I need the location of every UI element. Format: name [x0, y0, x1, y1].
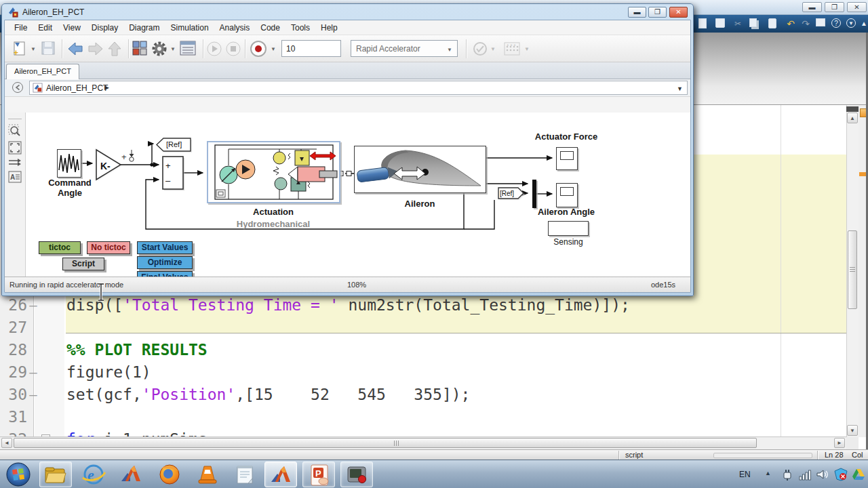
menu-analysis[interactable]: Analysis	[214, 21, 256, 35]
code-line-31: 31	[0, 405, 846, 428]
record-icon[interactable]	[250, 41, 267, 57]
menu-help[interactable]: Help	[315, 21, 343, 35]
taskbar-matlab-active[interactable]	[264, 462, 297, 487]
tray-volume-icon[interactable]	[816, 468, 830, 481]
paste-icon[interactable]	[768, 18, 776, 28]
simulation-stop-time-input[interactable]	[281, 40, 341, 57]
zoom-icon[interactable]	[8, 124, 22, 138]
stop-icon	[226, 41, 241, 56]
aileron-graphic	[355, 146, 485, 192]
start-button[interactable]	[3, 462, 34, 487]
experiment-button-start-values[interactable]: Start Values	[137, 241, 193, 254]
actuation-subsystem-block[interactable]	[207, 141, 340, 203]
simulation-mode-value: Rapid Accelerator	[356, 44, 420, 54]
library-browser-icon[interactable]	[132, 41, 147, 56]
signal-routing-icon[interactable]	[8, 156, 22, 169]
toolbar-options-icon[interactable]: ▼	[846, 18, 856, 28]
window-layout-icon[interactable]	[816, 18, 825, 26]
scroll-left-button[interactable]: ◄	[1, 438, 12, 448]
simulink-titlebar[interactable]: Aileron_EH_PCT ▬ ❐ ✕	[4, 4, 691, 20]
aileron-angle-scope[interactable]	[556, 183, 578, 207]
vertical-scroll-thumb[interactable]	[848, 230, 857, 309]
menu-diagram[interactable]: Diagram	[123, 21, 165, 35]
experiment-button-script[interactable]: Script	[62, 258, 104, 270]
taskbar-matlab-pinned[interactable]	[115, 462, 148, 487]
record-dropdown-caret[interactable]: ▼	[271, 46, 276, 52]
tray-show-hidden-icon[interactable]: ▲	[765, 470, 771, 476]
minimize-button[interactable]: ▬	[628, 7, 646, 18]
copy-icon[interactable]	[749, 18, 757, 27]
horizontal-scroll-thumb[interactable]	[14, 438, 757, 448]
gear-dropdown-caret[interactable]: ▼	[170, 46, 176, 52]
taskbar-powerpoint[interactable]: P	[302, 462, 335, 487]
undo-icon[interactable]: ↶	[785, 18, 796, 29]
sensing-block[interactable]	[548, 221, 589, 236]
tray-network-icon[interactable]	[799, 468, 812, 481]
experiment-button-tictoc[interactable]: tictoc	[39, 241, 81, 254]
solver-name[interactable]: ode15s	[651, 281, 675, 289]
tray-power-icon[interactable]	[781, 468, 793, 481]
menu-code[interactable]: Code	[255, 21, 285, 35]
help-icon[interactable]: ?	[831, 18, 841, 28]
mux-block[interactable]	[532, 180, 536, 208]
run-icon	[207, 41, 222, 56]
breadcrumb-back-icon[interactable]	[12, 81, 24, 94]
menu-tools[interactable]: Tools	[285, 21, 315, 35]
new-model-icon[interactable]: +	[12, 41, 28, 57]
taskbar: e	[0, 460, 868, 488]
scroll-up-button[interactable]: ▲	[847, 113, 858, 123]
matlab-minimize-button[interactable]: ▬	[802, 2, 822, 12]
matlab-restore-button[interactable]: ❐	[825, 2, 844, 12]
menu-display[interactable]: Display	[86, 21, 123, 35]
simulation-mode-select[interactable]: Rapid Accelerator ▼	[351, 40, 458, 57]
close-button[interactable]: ✕	[669, 7, 688, 18]
experiment-button-optimize[interactable]: Optimize	[137, 256, 193, 269]
menu-edit[interactable]: Edit	[33, 21, 58, 35]
tab-bar: Aileron_EH_PCT	[5, 62, 690, 79]
breadcrumb-dropdown-icon[interactable]: ▼	[677, 85, 683, 92]
actuation-sublabel: Hydromechanical	[233, 219, 314, 229]
code-line-29: 29–figure(1)	[0, 361, 846, 383]
taskbar-firefox[interactable]	[153, 462, 186, 487]
scroll-down-button[interactable]: ▼	[847, 425, 858, 436]
model-canvas[interactable]: K- + +	[26, 113, 691, 293]
fit-to-view-icon[interactable]	[8, 141, 22, 155]
scope-screen	[560, 151, 574, 160]
aileron-subsystem-block[interactable]	[354, 146, 486, 193]
tab-aileron-eh-pct[interactable]: Aileron_EH_PCT	[6, 64, 79, 79]
experiment-button-no-tictoc[interactable]: No tictoc	[87, 241, 130, 254]
menu-file[interactable]: File	[9, 21, 33, 35]
taskbar-vlc[interactable]	[191, 462, 224, 487]
actuator-force-scope[interactable]	[556, 147, 578, 170]
model-settings-gear-icon[interactable]	[151, 41, 167, 57]
collapse-toolstrip-icon[interactable]: ▲	[859, 18, 868, 29]
save-icon[interactable]	[715, 18, 725, 28]
maximize-button[interactable]: ❐	[648, 7, 667, 18]
sum-block[interactable]: + –	[163, 157, 184, 190]
scroll-right-button[interactable]: ►	[834, 438, 845, 448]
menu-view[interactable]: View	[58, 21, 86, 35]
taskbar-internet-explorer[interactable]: e	[77, 462, 110, 487]
new-script-icon[interactable]	[698, 18, 707, 28]
redo-icon: ↷	[800, 18, 811, 29]
taskbar-notepad[interactable]	[229, 462, 262, 487]
tray-antivirus-icon[interactable]	[834, 468, 848, 481]
svg-text:A: A	[10, 174, 15, 181]
from-ref-tag[interactable]: [Ref]	[498, 188, 525, 200]
new-dropdown-caret[interactable]: ▼	[31, 46, 36, 52]
matlab-close-button[interactable]: ✕	[847, 2, 867, 12]
command-angle-block[interactable]	[57, 149, 81, 178]
code-line-30: 30–set(gcf,'Position',[15 52 545 355]);	[0, 383, 846, 405]
goto-ref-tag[interactable]: [Ref]	[157, 138, 192, 152]
tray-drive-icon[interactable]	[852, 468, 865, 481]
menu-simulation[interactable]: Simulation	[165, 21, 214, 35]
taskbar-screen-recorder[interactable]	[340, 462, 373, 487]
breadcrumb-model-name[interactable]: Aileron_EH_PCT	[46, 83, 108, 93]
annotation-icon[interactable]: A	[8, 170, 22, 184]
tray-language[interactable]: EN	[739, 470, 751, 479]
taskbar-explorer[interactable]	[39, 462, 72, 487]
back-icon[interactable]	[67, 41, 83, 57]
breadcrumb[interactable]: Aileron_EH_PCT ▶ ▼	[29, 81, 688, 95]
gain-block[interactable]: K-	[96, 150, 122, 181]
model-config-icon[interactable]	[180, 41, 196, 56]
